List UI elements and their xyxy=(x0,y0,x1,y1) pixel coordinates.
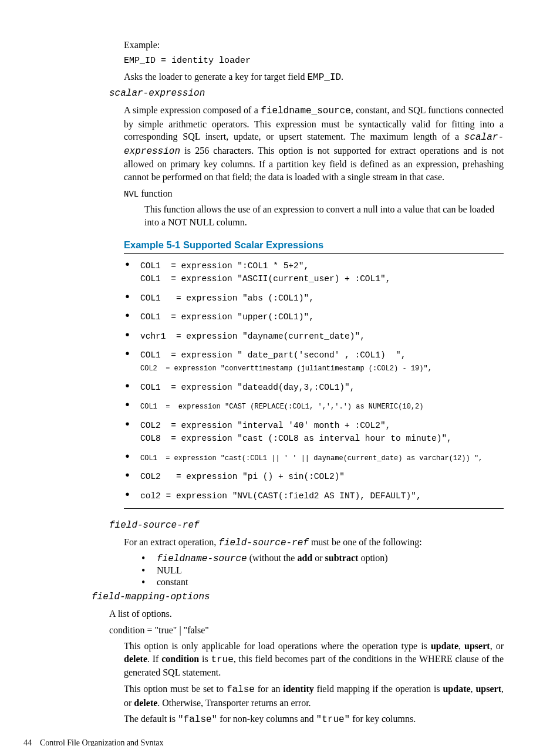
fmo-desc: A list of options. xyxy=(109,607,504,620)
field-source-ref-block: For an extract operation, field-source-r… xyxy=(124,536,504,588)
example-label: Example: xyxy=(124,39,504,52)
nvl-heading: NVL function xyxy=(124,187,504,200)
code: true xyxy=(211,654,233,665)
bold: identity xyxy=(283,684,313,694)
bold: add xyxy=(297,553,312,563)
scalar-para: A simple expression composed of a fieldn… xyxy=(124,104,504,184)
text: The default is xyxy=(124,714,178,724)
text: . Otherwise, Transporter returns an erro… xyxy=(157,698,311,708)
page-number: 44 xyxy=(23,738,32,746)
fsr-item-fieldname: fieldname-source (without the add or sub… xyxy=(141,553,504,564)
cond-p1: This option is only applicable for load … xyxy=(124,640,504,679)
code-italic: fieldname-source xyxy=(157,553,247,564)
text: for an xyxy=(255,684,283,694)
code: fieldname_source xyxy=(261,106,351,116)
bold: subtract xyxy=(325,553,359,563)
fsr-list: fieldname-source (without the add or sub… xyxy=(141,553,504,588)
text: (without the xyxy=(247,553,298,563)
emp-id-code: EMP_ID = identity loader xyxy=(124,55,504,67)
asks-prefix: Asks the loader to generate a key for ta… xyxy=(124,72,307,82)
scalar-expression-heading: scalar-expression xyxy=(109,87,504,100)
code-bullet-item: vchr1 = expression "dayname(current_date… xyxy=(124,330,504,343)
example-5-1: Example 5-1 Supported Scalar Expressions… xyxy=(124,239,504,509)
text: , or xyxy=(490,641,504,651)
code-bullet-item: col2 = expression "NVL(CAST(:field2 AS I… xyxy=(124,490,504,502)
code-bullet-list: COL1 = expression ":COL1 * 5+2", COL1 = … xyxy=(124,259,504,503)
code: false xyxy=(227,684,255,695)
text: for non-key columns and xyxy=(217,714,316,724)
text: for key columns. xyxy=(350,714,416,724)
rule-top xyxy=(124,253,504,254)
emp-id-inline: EMP_ID xyxy=(307,72,341,83)
text: A simple expression composed of a xyxy=(124,105,261,115)
fsr-item-constant: constant xyxy=(141,577,504,588)
code-bullet-item: COL2 = expression "interval '40' month +… xyxy=(124,419,504,445)
page-content: Example: EMP_ID = identity loader Asks t… xyxy=(0,0,560,746)
nvl-code: NVL xyxy=(124,190,139,199)
code-bullet-item: COL1 = expression ":COL1 * 5+2", COL1 = … xyxy=(124,259,504,286)
text: must be one of the following: xyxy=(309,537,422,547)
field-mapping-options-heading: field-mapping-options xyxy=(92,591,504,604)
fsr-item-null: NULL xyxy=(141,565,504,576)
bold: condition xyxy=(161,654,199,664)
bold: delete xyxy=(134,698,157,708)
code-bullet-item: COL1 = expression "dateadd(day,3,:COL1)"… xyxy=(124,381,504,394)
code-bullet-item: COL2 = expression "pi () + sin(:COL2)" xyxy=(124,470,504,483)
text: , xyxy=(458,641,464,651)
text: . If xyxy=(147,654,161,664)
bold: upsert xyxy=(464,641,490,651)
field-source-ref-heading: field-source-ref xyxy=(109,519,504,532)
example-title: Example 5-1 Supported Scalar Expressions xyxy=(124,239,504,251)
rule-bottom xyxy=(124,508,504,509)
bold: update xyxy=(431,641,458,651)
code-bullet-item: COL1 = expression "upper(:COL1)", xyxy=(124,310,504,323)
nvl-desc: This function allows the use of an expre… xyxy=(144,203,504,228)
text: or xyxy=(312,553,325,563)
text: field mapping if the operation is xyxy=(314,684,443,694)
bold: upsert xyxy=(475,684,501,694)
code-bullet-item: COL1 = expression " date_part('second' ,… xyxy=(124,349,504,375)
text: is xyxy=(199,654,211,664)
bold: update xyxy=(443,684,470,694)
footer-title: Control File Organization and Syntax xyxy=(40,738,164,746)
page-footer: 44 Control File Organization and Syntax xyxy=(23,738,164,746)
text: option) xyxy=(358,553,387,563)
fsr-para: For an extract operation, field-source-r… xyxy=(124,536,504,550)
cond-p3: The default is "false" for non-key colum… xyxy=(124,713,504,727)
text: is 256 characters. This option is not su… xyxy=(124,146,504,182)
example-block: Example: EMP_ID = identity loader Asks t… xyxy=(124,39,504,84)
code-italic: field-source-ref xyxy=(218,538,309,548)
bold: delete xyxy=(124,654,147,664)
condition-heading: condition = "true" | "false" xyxy=(109,624,504,637)
code-bullet-item: COL1 = expression "cast(:COL1 || ' ' || … xyxy=(124,451,504,464)
code-bullet-item: COL1 = expression "CAST (REPLACE(:COL1, … xyxy=(124,400,504,413)
asks-line: Asks the loader to generate a key for ta… xyxy=(124,70,504,85)
code: "false" xyxy=(178,714,217,725)
asks-suffix: . xyxy=(341,72,343,82)
cond-p2: This option must be set to false for an … xyxy=(124,683,504,709)
text: For an extract operation, xyxy=(124,537,218,547)
nvl-text: function xyxy=(139,188,172,198)
scalar-expression-desc: A simple expression composed of a fieldn… xyxy=(124,104,504,200)
code-bullet-item: COL1 = expression "abs (:COL1)", xyxy=(124,292,504,305)
condition-block: This option is only applicable for load … xyxy=(124,640,504,727)
text: This option is only applicable for load … xyxy=(124,641,431,651)
text: This option must be set to xyxy=(124,684,227,694)
code: "true" xyxy=(316,714,350,725)
nvl-desc-block: This function allows the use of an expre… xyxy=(144,203,504,228)
